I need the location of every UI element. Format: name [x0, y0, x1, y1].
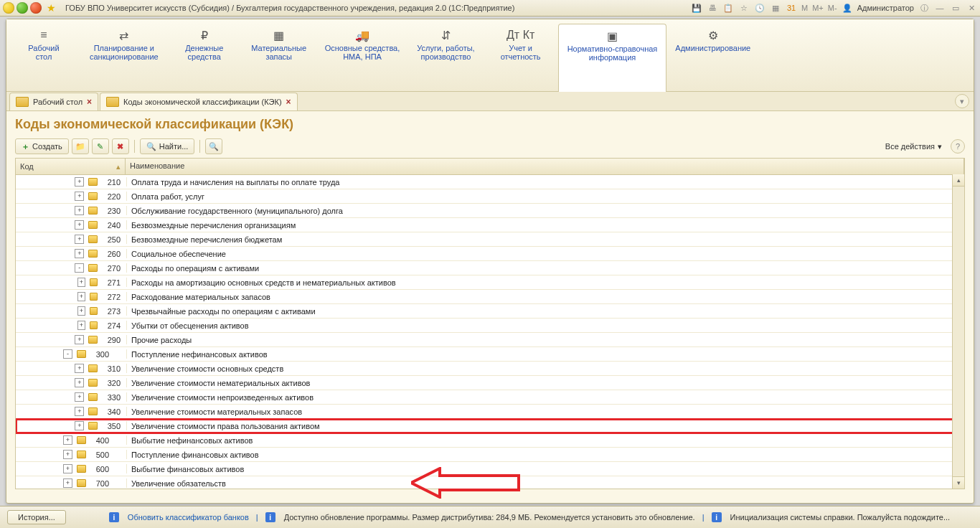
section-item[interactable]: ⇵Услуги, работы, производство	[408, 24, 483, 91]
save-icon[interactable]: 💾	[691, 2, 702, 14]
find-button[interactable]: 🔍Найти...	[140, 138, 195, 154]
back-icon[interactable]	[17, 2, 28, 14]
expand-icon[interactable]: +	[77, 321, 85, 330]
expand-icon[interactable]: +	[75, 364, 84, 373]
table-row[interactable]: +230Обслуживание государственного (муниц…	[16, 204, 964, 218]
table-row[interactable]: +260Социальное обеспечение	[16, 247, 964, 261]
tab[interactable]: Коды экономической классификации (КЭК)×	[100, 93, 298, 110]
cell-name: Убытки от обесценения активов	[127, 321, 964, 330]
close-icon[interactable]: ×	[286, 97, 291, 107]
section-item[interactable]: ≡Рабочий стол	[6, 24, 81, 91]
forward-icon[interactable]	[30, 2, 42, 14]
table-row[interactable]: +290Прочие расходы	[16, 333, 964, 347]
table-row[interactable]: +400Выбытие нефинансовых активов	[16, 433, 964, 448]
section-item[interactable]: 🚚Основные средства, НМА, НПА	[316, 24, 409, 91]
close-window-icon[interactable]: ✕	[966, 2, 977, 14]
memory-m[interactable]: M	[801, 4, 808, 12]
section-item[interactable]: ⇄Планирование и санкционирование	[81, 24, 167, 91]
history-icon[interactable]: 🕓	[754, 2, 765, 14]
table-row[interactable]: +274Убытки от обесценения активов	[16, 319, 964, 333]
expand-icon[interactable]: +	[63, 435, 72, 445]
expand-icon[interactable]: +	[63, 478, 72, 488]
print-icon[interactable]: 🖶	[707, 2, 718, 14]
delete-button[interactable]: ✖	[112, 138, 129, 154]
column-header-name[interactable]: Наименование	[126, 159, 964, 174]
table-row[interactable]: +350Увеличение стоимости права пользован…	[16, 419, 964, 433]
scroll-up-icon[interactable]: ▴	[953, 174, 964, 187]
expand-icon[interactable]: +	[75, 407, 84, 416]
expand-icon[interactable]: +	[75, 206, 84, 215]
scroll-down-icon[interactable]: ▾	[953, 476, 964, 489]
section-item[interactable]: ▣Нормативно-справочная информация	[558, 24, 667, 92]
calendar-icon[interactable]: 31	[786, 2, 797, 14]
folder-icon	[77, 451, 86, 458]
table-row[interactable]: +340Увеличение стоимости материальных за…	[16, 405, 964, 419]
collapse-icon[interactable]: -	[75, 263, 84, 273]
table-row[interactable]: +210Оплата труда и начисления на выплаты…	[16, 175, 964, 189]
vertical-scrollbar[interactable]: ▴ ▾	[952, 174, 964, 489]
memory-mplus[interactable]: M+	[812, 4, 824, 12]
star-icon[interactable]: ☆	[738, 2, 750, 14]
collapse-icon[interactable]: -	[63, 349, 72, 359]
table-row[interactable]: +250Безвозмездные перечисления бюджетам	[16, 232, 964, 247]
expand-icon[interactable]: +	[77, 278, 85, 287]
maximize-icon[interactable]: ▭	[950, 2, 961, 14]
table-row[interactable]: -270Расходы по операциям с активами	[16, 261, 964, 275]
info-icon[interactable]: ⓘ	[918, 2, 930, 14]
calc-icon[interactable]: ▦	[770, 2, 781, 14]
section-icon: Дт Кт	[492, 27, 550, 44]
expand-icon[interactable]: +	[63, 450, 72, 459]
table-row[interactable]: +220Оплата работ, услуг	[16, 189, 964, 204]
list-toolbar: ＋Создать 📁 ✎ ✖ 🔍Найти... 🔍 Все действия …	[15, 138, 965, 155]
expand-icon[interactable]: +	[75, 378, 84, 387]
copy-icon[interactable]: 📋	[722, 2, 734, 14]
expand-icon[interactable]: +	[75, 249, 84, 258]
table-row[interactable]: +240Безвозмездные перечисления организац…	[16, 218, 964, 232]
expand-icon[interactable]: +	[75, 335, 84, 344]
create-button[interactable]: ＋Создать	[15, 138, 69, 154]
favorite-icon[interactable]: ★	[47, 2, 56, 14]
table-row[interactable]: +500Поступление финансовых активов	[16, 448, 964, 462]
edit-button[interactable]: ✎	[92, 138, 109, 154]
close-icon[interactable]: ×	[87, 97, 92, 107]
help-button[interactable]: ?	[951, 139, 965, 154]
table-row[interactable]: -300Поступление нефинансовых активов	[16, 347, 964, 362]
cancel-search-button[interactable]: 🔍	[205, 138, 222, 154]
expand-icon[interactable]: +	[75, 392, 84, 402]
section-label: Основные средства, НМА, НПА	[325, 44, 400, 61]
history-button[interactable]: История...	[7, 510, 66, 524]
table-row[interactable]: +271Расходы на амортизацию основных сред…	[16, 275, 964, 290]
user-name[interactable]: Администратор	[857, 4, 914, 12]
expand-icon[interactable]: +	[75, 220, 84, 230]
cell-code: +340	[16, 407, 127, 416]
table-row[interactable]: +272Расходование материальных запасов	[16, 290, 964, 304]
folder-icon	[88, 336, 98, 344]
table-row[interactable]: +320Увеличение стоимости нематериальных …	[16, 376, 964, 390]
code-value: 700	[90, 479, 109, 488]
tab[interactable]: Рабочий стол×	[9, 93, 98, 110]
memory-mminus[interactable]: M-	[828, 4, 837, 12]
status-link-update-banks[interactable]: Обновить классификатор банков	[128, 513, 249, 522]
table-row[interactable]: +310Увеличение стоимости основных средст…	[16, 362, 964, 376]
expand-icon[interactable]: +	[75, 192, 84, 201]
expand-icon[interactable]: +	[75, 421, 84, 430]
expand-icon[interactable]: +	[75, 235, 84, 244]
expand-icon[interactable]: +	[75, 177, 84, 187]
column-header-code[interactable]: Код▴	[16, 159, 126, 174]
sort-icon: ▴	[116, 162, 121, 171]
section-item[interactable]: Дт КтУчет и отчетность	[484, 24, 558, 91]
table-row[interactable]: +330Увеличение стоимости непроизведенных…	[16, 390, 964, 405]
expand-icon[interactable]: +	[63, 464, 72, 473]
minimize-icon[interactable]: —	[934, 2, 946, 14]
expand-tabs-icon[interactable]: ▾	[955, 94, 969, 108]
section-item[interactable]: ▦Материальные запасы	[242, 24, 316, 91]
table-row[interactable]: +700Увеличение обязательств	[16, 476, 964, 489]
section-item[interactable]: ⚙Администрирование	[666, 24, 759, 91]
create-folder-button[interactable]: 📁	[72, 138, 89, 154]
expand-icon[interactable]: +	[77, 292, 85, 301]
table-row[interactable]: +600Выбытие финансовых активов	[16, 462, 964, 476]
expand-icon[interactable]: +	[77, 306, 85, 316]
all-actions-button[interactable]: Все действия ▾	[880, 139, 948, 154]
section-item[interactable]: ₽Денежные средства	[167, 24, 242, 91]
table-row[interactable]: +273Чрезвычайные расходы по операциям с …	[16, 304, 964, 319]
